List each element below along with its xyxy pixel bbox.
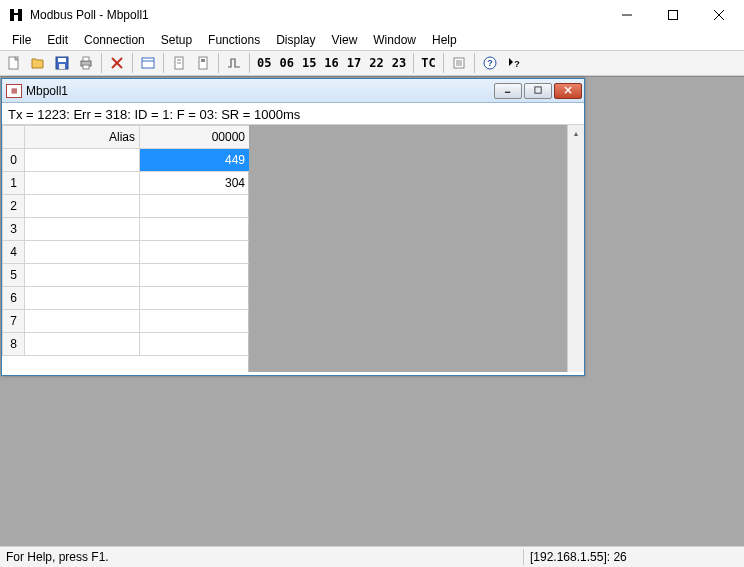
toolbar-separator <box>132 53 133 73</box>
function-05-button[interactable]: 05 <box>253 52 275 74</box>
col-header-value[interactable]: 00000 <box>140 126 250 149</box>
svg-rect-12 <box>83 57 89 61</box>
cell-value[interactable] <box>140 310 250 333</box>
table-row[interactable]: 1304 <box>3 172 250 195</box>
menu-display[interactable]: Display <box>268 31 323 49</box>
log-button[interactable] <box>447 52 471 74</box>
delete-button[interactable] <box>105 52 129 74</box>
grid-empty-area: ▴ <box>249 125 584 372</box>
open-button[interactable] <box>26 52 50 74</box>
function-16-button[interactable]: 16 <box>320 52 342 74</box>
cell-alias[interactable] <box>25 241 140 264</box>
child-titlebar[interactable]: ▦ Mbpoll1 <box>2 79 584 103</box>
function-22-button[interactable]: 22 <box>365 52 387 74</box>
grid-area: Alias 00000 044913042345678 ▴ <box>2 125 584 372</box>
status-help-text: For Help, press F1. <box>0 550 115 564</box>
cell-value[interactable] <box>140 218 250 241</box>
toolbar-separator <box>163 53 164 73</box>
table-row[interactable]: 3 <box>3 218 250 241</box>
function-06-button[interactable]: 06 <box>275 52 297 74</box>
cell-alias[interactable] <box>25 310 140 333</box>
toolbar-separator <box>101 53 102 73</box>
status-connection: [192.168.1.55]: 26 <box>524 550 744 564</box>
cell-alias[interactable] <box>25 195 140 218</box>
table-row[interactable]: 5 <box>3 264 250 287</box>
row-index[interactable]: 1 <box>3 172 25 195</box>
cell-value[interactable] <box>140 264 250 287</box>
child-close-button[interactable] <box>554 83 582 99</box>
cell-alias[interactable] <box>25 264 140 287</box>
cell-value[interactable] <box>140 333 250 356</box>
svg-rect-16 <box>142 58 154 68</box>
table-row[interactable]: 7 <box>3 310 250 333</box>
menu-setup[interactable]: Setup <box>153 31 200 49</box>
child-title: Mbpoll1 <box>26 84 494 98</box>
svg-rect-4 <box>669 11 678 20</box>
toolbar-separator <box>413 53 414 73</box>
child-minimize-button[interactable] <box>494 83 522 99</box>
connection-button[interactable] <box>191 52 215 74</box>
function-17-button[interactable]: 17 <box>343 52 365 74</box>
cell-alias[interactable] <box>25 172 140 195</box>
save-button[interactable] <box>50 52 74 74</box>
svg-rect-21 <box>199 57 207 69</box>
cell-value[interactable]: 304 <box>140 172 250 195</box>
row-header-blank <box>3 126 25 149</box>
svg-text:?: ? <box>514 59 520 69</box>
menu-functions[interactable]: Functions <box>200 31 268 49</box>
menu-file[interactable]: File <box>4 31 39 49</box>
scroll-up-icon[interactable]: ▴ <box>568 125 584 142</box>
row-index[interactable]: 3 <box>3 218 25 241</box>
main-titlebar: Modbus Poll - Mbpoll1 <box>0 0 744 30</box>
row-index[interactable]: 0 <box>3 149 25 172</box>
definition-button[interactable] <box>136 52 160 74</box>
cell-alias[interactable] <box>25 333 140 356</box>
svg-rect-22 <box>201 59 205 62</box>
print-button[interactable] <box>74 52 98 74</box>
pulse-button[interactable] <box>222 52 246 74</box>
table-row[interactable]: 6 <box>3 287 250 310</box>
child-maximize-button[interactable] <box>524 83 552 99</box>
read-write-button[interactable] <box>167 52 191 74</box>
function-15-button[interactable]: 15 <box>298 52 320 74</box>
row-index[interactable]: 6 <box>3 287 25 310</box>
tc-button[interactable]: TC <box>417 52 439 74</box>
vertical-scrollbar[interactable]: ▴ <box>567 125 584 372</box>
cell-alias[interactable] <box>25 218 140 241</box>
col-header-alias[interactable]: Alias <box>25 126 140 149</box>
svg-text:?: ? <box>487 58 493 68</box>
row-index[interactable]: 7 <box>3 310 25 333</box>
toolbar-separator <box>443 53 444 73</box>
cell-alias[interactable] <box>25 149 140 172</box>
table-row[interactable]: 8 <box>3 333 250 356</box>
help-button[interactable]: ? <box>478 52 502 74</box>
menu-connection[interactable]: Connection <box>76 31 153 49</box>
cell-value[interactable] <box>140 287 250 310</box>
mdi-client-area: ▦ Mbpoll1 Tx = 1223: Err = 318: ID = 1: … <box>0 76 744 546</box>
table-row[interactable]: 2 <box>3 195 250 218</box>
cell-value[interactable] <box>140 241 250 264</box>
row-index[interactable]: 5 <box>3 264 25 287</box>
menu-view[interactable]: View <box>324 31 366 49</box>
row-index[interactable]: 4 <box>3 241 25 264</box>
svg-rect-9 <box>58 58 66 62</box>
menu-help[interactable]: Help <box>424 31 465 49</box>
function-23-button[interactable]: 23 <box>388 52 410 74</box>
table-row[interactable]: 4 <box>3 241 250 264</box>
table-row[interactable]: 0449 <box>3 149 250 172</box>
maximize-button[interactable] <box>650 0 696 30</box>
cell-alias[interactable] <box>25 287 140 310</box>
new-button[interactable] <box>2 52 26 74</box>
context-help-button[interactable]: ? <box>502 52 526 74</box>
poll-status-line: Tx = 1223: Err = 318: ID = 1: F = 03: SR… <box>2 103 584 125</box>
row-index[interactable]: 8 <box>3 333 25 356</box>
menu-window[interactable]: Window <box>365 31 424 49</box>
menu-edit[interactable]: Edit <box>39 31 76 49</box>
register-table[interactable]: Alias 00000 044913042345678 <box>2 125 250 356</box>
row-index[interactable]: 2 <box>3 195 25 218</box>
app-icon <box>8 7 24 23</box>
close-button[interactable] <box>696 0 742 30</box>
minimize-button[interactable] <box>604 0 650 30</box>
cell-value[interactable] <box>140 195 250 218</box>
cell-value[interactable]: 449 <box>140 149 250 172</box>
